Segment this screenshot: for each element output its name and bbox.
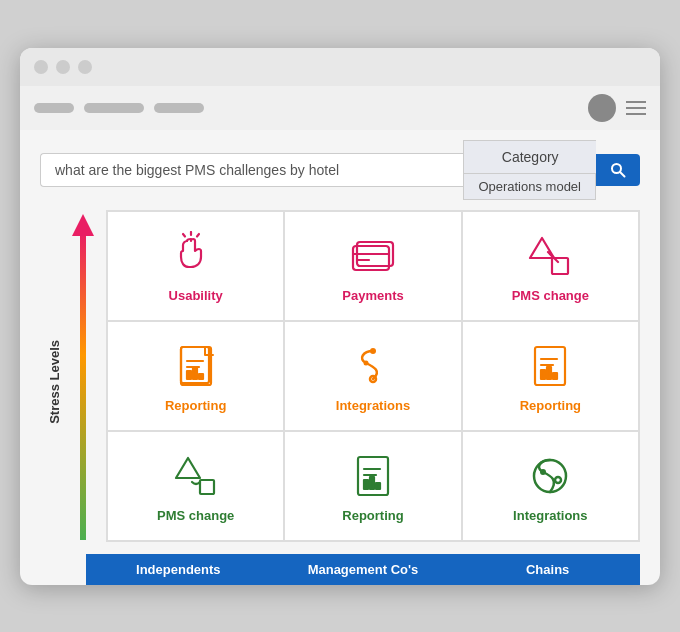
cell-usability[interactable]: Usability [107,211,284,321]
search-button[interactable] [596,154,640,186]
reporting-mid-right-label: Reporting [520,398,581,413]
search-input[interactable] [40,153,463,187]
svg-rect-37 [376,483,380,489]
toolbar-avatar[interactable] [588,94,616,122]
integrations-bottom-label: Integrations [513,508,587,523]
payments-icon [347,230,399,282]
toolbar-pill-2 [84,103,144,113]
window-dot-2[interactable] [56,60,70,74]
x-label-independents: Independents [86,554,271,585]
window-dot-3[interactable] [78,60,92,74]
cell-reporting-mid-left[interactable]: Reporting [107,321,284,431]
svg-rect-27 [541,370,545,379]
cell-reporting-mid-right[interactable]: Reporting [462,321,639,431]
svg-marker-3 [72,214,94,236]
usability-label: Usability [169,288,223,303]
reporting-mid-left-icon [170,340,222,392]
category-button[interactable]: Category [463,140,596,174]
pms-change-top-icon [524,230,576,282]
toolbar [20,86,660,130]
usability-icon [170,230,222,282]
title-bar [20,48,660,86]
integrations-mid-icon [347,340,399,392]
y-axis-label: Stress Levels [40,210,68,554]
x-label-management: Management Co's [271,554,456,585]
toolbar-pill-1 [34,103,74,113]
stress-arrow [72,210,94,554]
cell-integrations-bottom[interactable]: Integrations [462,431,639,541]
window-dot-1[interactable] [34,60,48,74]
cell-payments[interactable]: Payments [284,211,461,321]
search-icon [610,162,626,178]
cell-pms-change-bottom[interactable]: PMS change [107,431,284,541]
operations-model-option[interactable]: Operations model [463,174,596,200]
reporting-bottom-mid-label: Reporting [342,508,403,523]
grid-container: Usability [106,210,640,554]
pms-change-bottom-label: PMS change [157,508,234,523]
reporting-mid-left-label: Reporting [165,398,226,413]
svg-line-6 [183,234,185,237]
toolbar-pill-3 [154,103,204,113]
svg-rect-28 [547,367,551,379]
search-bar: Category Operations model [20,130,660,204]
chart-area: Stress Levels [20,210,660,554]
svg-point-40 [555,477,561,483]
app-window: Category Operations model Stress Levels [20,48,660,585]
svg-rect-29 [553,373,557,379]
cell-integrations-mid[interactable]: Integrations [284,321,461,431]
svg-point-39 [540,469,546,475]
reporting-bottom-mid-icon [347,450,399,502]
x-axis: Independents Management Co's Chains [86,554,640,585]
toolbar-menu[interactable] [626,101,646,115]
x-label-chains: Chains [455,554,640,585]
menu-line-1 [626,101,646,103]
integrations-bottom-icon [524,450,576,502]
gradient-arrow-icon [72,214,94,554]
pms-change-bottom-icon [170,450,222,502]
category-selector: Category Operations model [463,140,596,200]
cell-pms-change-top[interactable]: PMS change [462,211,639,321]
svg-rect-18 [187,371,191,379]
svg-rect-36 [370,477,374,489]
reporting-mid-right-icon [524,340,576,392]
svg-rect-20 [199,374,203,379]
svg-rect-35 [364,480,368,489]
menu-line-3 [626,113,646,115]
challenge-grid: Usability [106,210,640,542]
svg-line-1 [620,172,625,177]
integrations-mid-label: Integrations [336,398,410,413]
cell-reporting-bottom-mid[interactable]: Reporting [284,431,461,541]
pms-change-top-label: PMS change [512,288,589,303]
y-axis-text: Stress Levels [47,340,62,424]
svg-line-5 [197,234,199,237]
svg-rect-31 [200,480,214,494]
svg-point-23 [363,361,368,366]
svg-marker-30 [176,458,200,478]
svg-rect-19 [193,368,197,379]
svg-rect-2 [80,232,86,540]
payments-label: Payments [342,288,403,303]
svg-rect-12 [552,258,568,274]
menu-line-2 [626,107,646,109]
svg-point-21 [370,348,376,354]
